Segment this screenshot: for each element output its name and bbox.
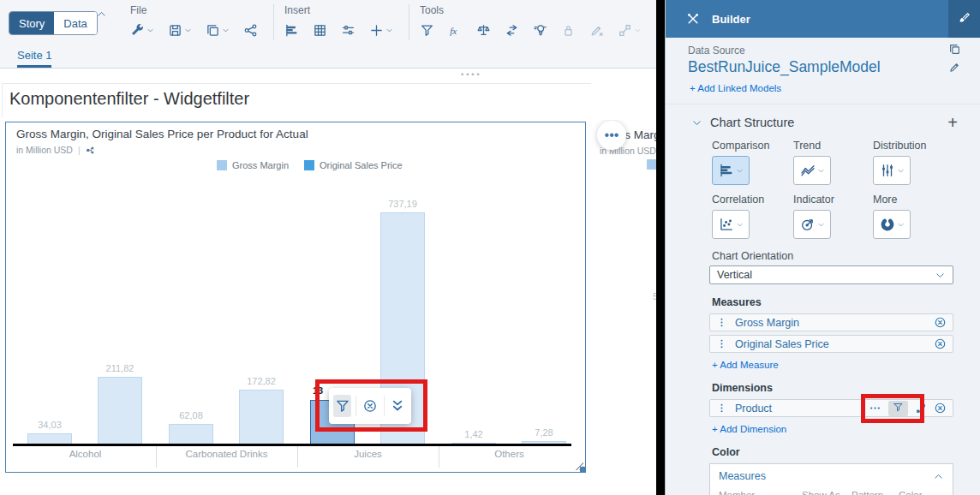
tab-seite-1[interactable]: Seite 1 <box>17 49 51 68</box>
data-source-value[interactable]: BestRunJuice_SampleModel <box>688 58 980 76</box>
remove-measure-icon[interactable] <box>934 316 947 329</box>
category-label-carbonated-drinks: Carbonated Drinks <box>156 449 297 459</box>
chart-type-button-distribution[interactable] <box>873 156 911 185</box>
dimension-filter-button[interactable] <box>888 401 908 416</box>
measures-list: Gross MarginOriginal Sales Price <box>709 313 980 353</box>
add-dimension-link[interactable]: + Add Dimension <box>712 424 980 434</box>
chart-widget[interactable]: Gross Margin, Original Sales Price per P… <box>5 122 586 473</box>
table-icon-button[interactable] <box>313 23 327 38</box>
text-widget[interactable]: Komponentenfilter - Widgetfilter <box>2 83 591 117</box>
filter-icon-button[interactable] <box>420 23 434 38</box>
smart-insights-icon-button[interactable] <box>533 23 547 38</box>
remove-dimension-icon[interactable] <box>934 402 947 414</box>
section-divider <box>666 104 980 104</box>
bar-gross-margin-carbonated-drinks[interactable] <box>169 424 213 444</box>
chart-type-distribution: Distribution <box>873 140 967 185</box>
x-axis-line <box>13 444 571 446</box>
page-drag-handle[interactable]: •••• <box>461 70 482 79</box>
filter-icon-button[interactable] <box>333 395 351 417</box>
wrench-icon-button[interactable] <box>130 23 154 38</box>
tab-story[interactable]: Story <box>9 12 54 34</box>
page-tabs: Seite 1 <box>0 43 658 69</box>
toolbar-group-icons: fx <box>420 21 642 39</box>
more-options-icon[interactable] <box>869 402 881 414</box>
measure-chip-original-sales-price[interactable]: Original Sales Price <box>709 335 953 353</box>
measure-chip-gross-margin[interactable]: Gross Margin <box>709 313 953 331</box>
value-label: 1,42 <box>434 429 513 439</box>
tab-data[interactable]: Data <box>54 12 96 34</box>
add-linked-models-link[interactable]: + Add Linked Models <box>690 83 980 93</box>
value-label: 172,82 <box>222 376 301 386</box>
duplicate-icon-button[interactable] <box>206 23 230 38</box>
chart-orientation-select[interactable]: Vertical <box>709 265 953 284</box>
copy-icon[interactable] <box>948 43 961 56</box>
partial-chart-widget[interactable]: Gross Margin, Original Sales Price per P… <box>589 120 658 474</box>
color-group-label: Measures <box>719 470 766 482</box>
bar-original-sales-price-alcohol[interactable] <box>98 377 142 444</box>
widget-resize-handle[interactable] <box>580 467 586 473</box>
bar-gross-margin-alcohol[interactable] <box>27 433 72 444</box>
toolbar-group-label: Tools <box>420 4 642 16</box>
toolbar-group-label: File <box>130 4 258 16</box>
styling-panel-button[interactable] <box>948 0 980 38</box>
column-color: Color <box>899 490 937 495</box>
column-show-as: Show As <box>802 490 852 495</box>
window-divider <box>656 0 665 495</box>
drag-handle-icon[interactable] <box>716 338 727 349</box>
save-icon-button[interactable] <box>168 23 192 38</box>
share-icon-button[interactable] <box>243 23 258 38</box>
chevron-down-icon <box>935 270 946 281</box>
column-member: Member <box>719 490 802 495</box>
plus-icon-button[interactable] <box>369 23 393 38</box>
value-label: 13 <box>313 385 323 396</box>
chart-orientation-label: Chart Orientation <box>712 250 980 262</box>
chevron-up-icon[interactable] <box>933 471 944 482</box>
linked-analysis-icon-button <box>618 23 642 38</box>
dimension-chip-product[interactable]: Product <box>709 399 953 417</box>
bar-original-sales-price-carbonated-drinks[interactable] <box>239 390 284 444</box>
category-label-alcohol: Alcohol <box>15 449 156 459</box>
filter-icon <box>893 401 904 416</box>
builder-panel: Builder Data Source BestRunJuice_SampleM… <box>665 0 980 495</box>
value-label: 211,82 <box>81 363 159 373</box>
hierarchy-icon[interactable] <box>915 403 927 414</box>
drag-handle-icon[interactable] <box>716 317 727 328</box>
story-canvas-region: Story Data FileInsertToolsfx Seite 1 •••… <box>0 0 658 495</box>
collapse-toolbar-icon[interactable] <box>96 8 107 23</box>
exclude-icon-button[interactable] <box>361 395 379 417</box>
more-actions-button[interactable]: ••• <box>597 121 626 150</box>
remove-measure-icon[interactable] <box>934 337 947 350</box>
chart-type-button-more[interactable] <box>873 210 911 239</box>
chart-type-correlation: Correlation <box>712 194 793 239</box>
rank-icon-button[interactable] <box>505 23 519 38</box>
value-label: 7,28 <box>505 427 583 438</box>
chart-type-button-correlation[interactable] <box>712 210 750 239</box>
input-control-icon-button[interactable] <box>341 23 356 38</box>
data-source-label: Data Source <box>688 45 980 57</box>
chart-type-button-comparison[interactable] <box>712 156 750 185</box>
builder-tools-icon <box>686 12 700 26</box>
chart-type-button-indicator[interactable] <box>793 210 831 239</box>
add-chart-button[interactable]: + <box>947 116 958 128</box>
chart-orientation-value: Vertical <box>717 269 752 281</box>
color-panel-header: Measures <box>719 470 944 482</box>
chart-structure-header: Chart Structure + <box>691 116 958 129</box>
chart-type-label: Trend <box>793 140 873 152</box>
dimensions-label: Dimensions <box>712 382 980 394</box>
add-measure-link[interactable]: + Add Measure <box>712 360 980 370</box>
drag-handle-icon[interactable] <box>716 403 727 414</box>
value-label: 34,03 <box>10 420 89 430</box>
toolbar-group-tools: Toolsfx <box>409 4 657 40</box>
formula-icon-button[interactable]: fx <box>448 23 463 38</box>
compare-icon-button[interactable] <box>476 23 491 38</box>
chevron-down-icon[interactable] <box>691 117 702 128</box>
toolbar-group-icons <box>130 21 258 39</box>
edit-off-icon-button <box>589 23 604 38</box>
measures-label: Measures <box>712 296 980 308</box>
chart-type-label: Indicator <box>793 194 873 206</box>
edit-pencil-icon[interactable] <box>948 61 961 74</box>
drill-down-icon-button[interactable] <box>389 395 407 417</box>
chart-icon-button[interactable] <box>284 23 299 38</box>
chart-type-button-trend[interactable] <box>793 156 831 185</box>
brush-icon <box>958 10 971 27</box>
